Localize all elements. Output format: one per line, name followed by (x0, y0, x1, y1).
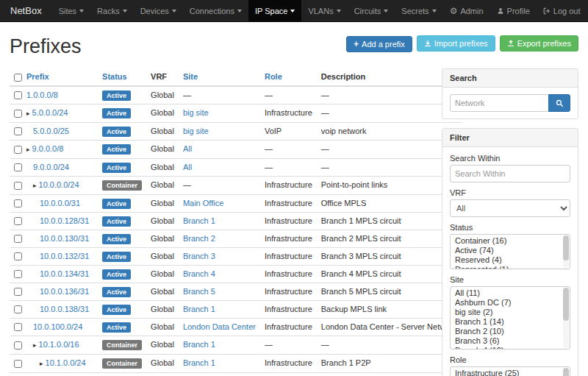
column-header-role[interactable]: Role (260, 68, 317, 86)
site-link[interactable]: Branch 4 (183, 269, 215, 278)
search-within-input[interactable] (450, 165, 570, 182)
export-prefixes-button[interactable]: Export prefixes (500, 35, 578, 52)
nav-item-connections[interactable]: Connections (183, 0, 248, 21)
status-badge: Active (102, 305, 131, 315)
site-link[interactable]: All (183, 163, 192, 171)
site-link[interactable]: Branch 2 (183, 234, 215, 243)
prefix-link[interactable]: 10.1.0.0/24 (46, 358, 86, 367)
row-checkbox[interactable] (14, 341, 22, 350)
filter-option[interactable]: Branch 4 (12) (451, 346, 570, 350)
nav-item-ip-space[interactable]: IP Space (248, 0, 301, 21)
site-listbox-scrollbar[interactable] (563, 288, 569, 348)
column-header-site[interactable]: Site (179, 68, 260, 86)
filter-option[interactable]: Branch 2 (10) (451, 327, 570, 336)
prefix-link[interactable]: 10.0.0.132/31 (40, 252, 89, 260)
add-prefix-button[interactable]: + Add a prefix (346, 36, 412, 52)
site-link[interactable]: Main Office (183, 199, 223, 207)
prefix-link[interactable]: 9.0.0.0/24 (33, 163, 69, 171)
row-checkbox[interactable] (14, 305, 22, 313)
row-checkbox[interactable] (14, 252, 22, 260)
site-link[interactable]: Branch 1 (183, 305, 215, 313)
prefix-link[interactable]: 10.0.0.134/31 (40, 269, 89, 278)
filter-option[interactable]: big site (2) (451, 308, 570, 317)
column-sort-link-prefix[interactable]: Prefix (26, 72, 49, 81)
row-checkbox[interactable] (14, 91, 22, 99)
profile-link[interactable]: Profile (490, 0, 537, 21)
search-button[interactable] (548, 94, 570, 112)
filter-option[interactable]: Deprecated (1) (451, 265, 570, 269)
prefix-link[interactable]: 10.0.0.138/31 (40, 305, 89, 313)
status-filter-listbox[interactable]: Container (16)Active (74)Reserved (4)Dep… (450, 234, 570, 269)
site-filter-listbox[interactable]: All (11)Ashburn DC (7)big site (2)Branch… (450, 286, 570, 350)
role-listbox-scrollbar[interactable] (563, 368, 569, 376)
row-checkbox[interactable] (14, 199, 22, 207)
prefix-link[interactable]: 5.0.0.0/25 (33, 127, 69, 135)
filter-option[interactable]: Active (74) (451, 246, 570, 255)
prefix-link[interactable]: 10.0.0.130/31 (40, 234, 89, 243)
column-sort-link-role[interactable]: Role (265, 72, 282, 81)
nav-item-sites[interactable]: Sites (52, 0, 90, 21)
vrf-filter-select[interactable]: All (450, 199, 570, 217)
site-link[interactable]: Branch 3 (183, 252, 215, 260)
site-link[interactable]: big site (183, 108, 209, 117)
site-link[interactable]: London Data Center (183, 322, 256, 331)
column-header-prefix[interactable]: Prefix (22, 68, 98, 86)
filter-option[interactable]: Infrastructure (25) (451, 369, 570, 376)
prefix-link[interactable]: 9.0.0.0/8 (32, 144, 64, 153)
brand-logo[interactable]: NetBox (6, 0, 52, 21)
row-checkbox[interactable] (14, 182, 22, 190)
select-all-checkbox[interactable] (14, 74, 22, 82)
row-checkbox[interactable] (14, 163, 22, 171)
nav-item-secrets[interactable]: Secrets (395, 0, 442, 21)
admin-link[interactable]: ⚙ Admin (443, 0, 490, 21)
site-cell: big site (179, 104, 260, 122)
prefix-link[interactable]: 10.0.0.0/31 (40, 199, 80, 207)
prefix-link[interactable]: 10.0.0.0/24 (39, 180, 79, 189)
nav-item-circuits[interactable]: Circuits (348, 0, 395, 21)
nav-item-racks[interactable]: Racks (90, 0, 134, 21)
row-checkbox[interactable] (14, 360, 22, 368)
filter-option[interactable]: Ashburn DC (7) (451, 298, 570, 308)
vrf-cell: Global (146, 176, 179, 194)
row-checkbox[interactable] (14, 127, 22, 135)
site-link[interactable]: All (183, 144, 192, 153)
row-checkbox[interactable] (14, 235, 22, 243)
row-checkbox[interactable] (14, 146, 22, 154)
column-sort-link-site[interactable]: Site (183, 72, 198, 81)
site-link[interactable]: Branch 5 (183, 287, 215, 296)
prefix-row: 10.0.0.136/31ActiveGlobalBranch 5Infrast… (10, 283, 461, 300)
site-link[interactable]: Branch 1 (183, 216, 215, 225)
prefix-link[interactable]: 10.0.0.136/31 (40, 287, 89, 296)
filter-option[interactable]: Container (16) (451, 236, 570, 246)
site-link[interactable]: big site (183, 127, 209, 135)
site-link[interactable]: Branch 1 (183, 340, 215, 349)
nav-item-vlans[interactable]: VLANs (301, 0, 347, 21)
prefix-link[interactable]: 5.0.0.0/24 (32, 108, 68, 117)
row-checkbox[interactable] (14, 323, 22, 331)
filter-option[interactable]: Branch 3 (6) (451, 336, 570, 346)
prefix-link[interactable]: 10.0.0.128/31 (40, 216, 89, 225)
site-link[interactable]: Branch 1 (183, 358, 215, 367)
prefix-cell: 10.0.0.138/31 (22, 300, 98, 318)
export-icon (507, 40, 514, 47)
filter-option[interactable]: Reserved (4) (451, 255, 570, 265)
row-checkbox[interactable] (14, 217, 22, 225)
prefix-link[interactable]: 10.0.100.0/24 (33, 322, 82, 331)
column-header-status[interactable]: Status (98, 68, 146, 86)
prefix-link[interactable]: 1.0.0.0/8 (26, 91, 58, 99)
role-filter-listbox[interactable]: Infrastructure (25)Management (8)Private… (450, 366, 570, 376)
search-input[interactable] (450, 94, 549, 112)
row-checkbox[interactable] (14, 110, 22, 118)
import-prefixes-button[interactable]: Import prefixes (417, 35, 495, 52)
row-checkbox[interactable] (14, 270, 22, 278)
column-sort-link-status[interactable]: Status (102, 72, 127, 81)
status-listbox-scrollbar[interactable] (563, 235, 569, 268)
row-checkbox[interactable] (14, 288, 22, 296)
nav-item-devices[interactable]: Devices (134, 0, 183, 21)
prefix-row: ▸10.0.0.0/24ContainerGlobal—Infrastructu… (10, 176, 461, 194)
logout-link[interactable]: Log out (537, 0, 587, 21)
role-cell: Infrastructure (260, 300, 317, 318)
prefix-link[interactable]: 10.1.0.0/16 (39, 340, 79, 349)
filter-option[interactable]: Branch 1 (14) (451, 317, 570, 327)
filter-option[interactable]: All (11) (451, 288, 570, 298)
